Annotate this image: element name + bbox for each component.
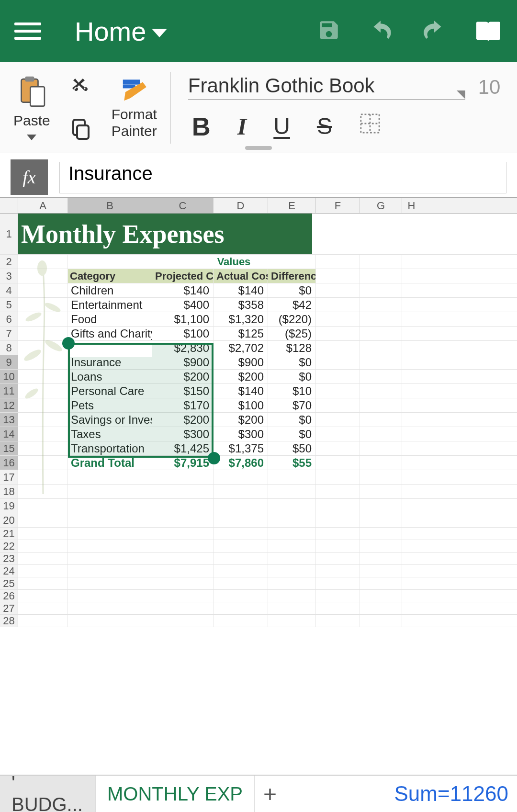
- cell-actual[interactable]: $300: [214, 427, 268, 441]
- cell-projected[interactable]: $200: [152, 370, 214, 383]
- cell-projected[interactable]: $150: [152, 384, 214, 398]
- cut-icon[interactable]: [69, 73, 92, 98]
- row-header[interactable]: 16: [0, 456, 18, 470]
- col-header-E[interactable]: E: [268, 198, 316, 213]
- row-header[interactable]: 5: [0, 298, 18, 312]
- italic-button[interactable]: I: [237, 113, 247, 140]
- cell-difference[interactable]: $50: [268, 441, 316, 455]
- row-header[interactable]: 20: [0, 513, 18, 527]
- cell-category[interactable]: Housing: [68, 341, 152, 355]
- row-header[interactable]: 18: [0, 485, 18, 498]
- cell-projected[interactable]: $100: [152, 327, 214, 340]
- row-header[interactable]: 8: [0, 341, 18, 355]
- cell-difference[interactable]: $0: [268, 370, 316, 383]
- col-header-A[interactable]: A: [18, 198, 68, 213]
- paste-button[interactable]: Paste: [13, 75, 50, 140]
- cell-difference[interactable]: $42: [268, 298, 316, 312]
- cell-difference[interactable]: $0: [268, 355, 316, 369]
- cell-category[interactable]: Food: [68, 312, 152, 326]
- title-cell[interactable]: Monthly Expenses: [18, 214, 312, 254]
- spreadsheet-grid[interactable]: A B C D E F G H 1 Monthly Expenses 2 Val…: [0, 197, 517, 627]
- col-header-B[interactable]: B: [68, 198, 152, 213]
- cell-projected[interactable]: $1,425: [152, 441, 214, 455]
- underline-button[interactable]: U: [273, 113, 290, 139]
- values-header[interactable]: Values: [152, 255, 316, 269]
- font-size-input[interactable]: 10: [475, 76, 504, 99]
- row-header[interactable]: 15: [0, 441, 18, 455]
- header-category[interactable]: Category: [68, 269, 152, 283]
- redo-icon[interactable]: [420, 20, 448, 43]
- col-header-D[interactable]: D: [214, 198, 268, 213]
- cell-difference[interactable]: ($25): [268, 327, 316, 340]
- strikethrough-button[interactable]: S: [317, 113, 332, 139]
- cell-projected[interactable]: $400: [152, 298, 214, 312]
- cell-projected[interactable]: $2,830: [152, 341, 214, 355]
- sheet-tab-budget[interactable]: ' BUDG...: [0, 776, 96, 812]
- row-header[interactable]: 6: [0, 312, 18, 326]
- selection-handle-top[interactable]: [62, 337, 75, 350]
- cell-actual[interactable]: $200: [214, 370, 268, 383]
- cell-projected[interactable]: $140: [152, 283, 214, 297]
- cell-projected[interactable]: $170: [152, 398, 214, 412]
- cell-difference[interactable]: $0: [268, 283, 316, 297]
- cell-actual[interactable]: $1,320: [214, 312, 268, 326]
- row-header[interactable]: 23: [0, 553, 18, 564]
- row-header[interactable]: 28: [0, 615, 18, 627]
- row-header[interactable]: 10: [0, 370, 18, 383]
- cell-actual[interactable]: $358: [214, 298, 268, 312]
- col-header-F[interactable]: F: [316, 198, 360, 213]
- row-header[interactable]: 9: [0, 355, 18, 369]
- save-icon[interactable]: [317, 18, 341, 44]
- grand-total-act[interactable]: $7,860: [214, 456, 268, 470]
- cell-difference[interactable]: $128: [268, 341, 316, 355]
- cell-projected[interactable]: $1,100: [152, 312, 214, 326]
- cell-category[interactable]: Children: [68, 283, 152, 297]
- formula-input[interactable]: Insurance: [59, 162, 506, 193]
- bold-button[interactable]: B: [192, 112, 211, 141]
- copy-icon[interactable]: [69, 118, 92, 143]
- cell-actual[interactable]: $140: [214, 384, 268, 398]
- cell-category[interactable]: Transportation: [68, 441, 152, 455]
- col-header-C[interactable]: C: [152, 198, 214, 213]
- format-painter-button[interactable]: Format Painter: [112, 76, 157, 139]
- row-header[interactable]: 19: [0, 499, 18, 513]
- row-header[interactable]: 4: [0, 283, 18, 297]
- cell-difference[interactable]: $10: [268, 384, 316, 398]
- header-difference[interactable]: Difference: [268, 269, 316, 283]
- cell-difference[interactable]: ($220): [268, 312, 316, 326]
- row-header[interactable]: 27: [0, 602, 18, 614]
- grand-total-proj[interactable]: $7,915: [152, 456, 214, 470]
- select-all-corner[interactable]: [0, 198, 18, 213]
- font-name-dropdown[interactable]: Franklin Gothic Book: [188, 74, 465, 100]
- row-header[interactable]: 13: [0, 413, 18, 427]
- row-header[interactable]: 1: [0, 214, 18, 254]
- row-header[interactable]: 17: [0, 470, 18, 484]
- row-header[interactable]: 2: [0, 255, 18, 269]
- reading-mode-icon[interactable]: [474, 18, 503, 45]
- add-sheet-button[interactable]: +: [255, 781, 285, 807]
- cell-projected[interactable]: $200: [152, 413, 214, 427]
- cell-projected[interactable]: $300: [152, 427, 214, 441]
- row-header[interactable]: 24: [0, 565, 18, 577]
- cell-difference[interactable]: $0: [268, 427, 316, 441]
- row-header[interactable]: 11: [0, 384, 18, 398]
- row-header[interactable]: 14: [0, 427, 18, 441]
- row-header[interactable]: 22: [0, 540, 18, 552]
- cell-actual[interactable]: $140: [214, 283, 268, 297]
- ribbon-tab-home[interactable]: Home: [75, 16, 167, 47]
- col-header-H[interactable]: H: [402, 198, 421, 213]
- cell-category[interactable]: Loans: [68, 370, 152, 383]
- fx-button[interactable]: fx: [11, 159, 48, 195]
- cell-actual[interactable]: $1,375: [214, 441, 268, 455]
- border-button[interactable]: [359, 113, 381, 140]
- cell-category[interactable]: Entertainment: [68, 298, 152, 312]
- cell-category[interactable]: Pets: [68, 398, 152, 412]
- cell-difference[interactable]: $70: [268, 398, 316, 412]
- row-header[interactable]: 21: [0, 528, 18, 540]
- cell-actual[interactable]: $125: [214, 327, 268, 340]
- header-actual[interactable]: Actual Cost: [214, 269, 268, 283]
- col-header-G[interactable]: G: [360, 198, 402, 213]
- cell-actual[interactable]: $900: [214, 355, 268, 369]
- row-header[interactable]: 12: [0, 398, 18, 412]
- cell-actual[interactable]: $2,702: [214, 341, 268, 355]
